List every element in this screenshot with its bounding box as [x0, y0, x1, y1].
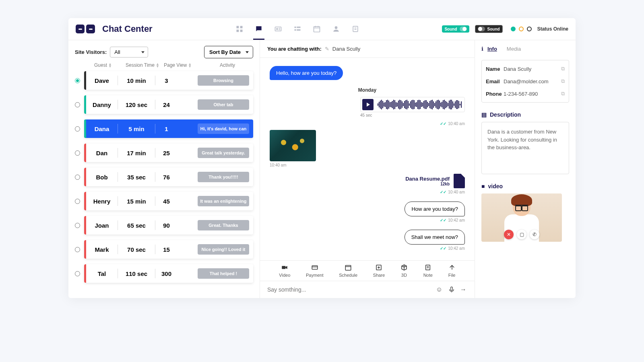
- status-dot-away[interactable]: [519, 27, 524, 31]
- visitor-card[interactable]: Dan 17 min 25 Great talk yesterday.: [84, 144, 253, 162]
- action-file[interactable]: File: [448, 264, 456, 278]
- emoji-icon[interactable]: ☺: [436, 286, 443, 293]
- nav-chat-icon[interactable]: [255, 25, 263, 33]
- video-camera-icon[interactable]: ▢: [517, 230, 526, 239]
- status-dot-offline[interactable]: [527, 27, 532, 31]
- sound-toggle-on[interactable]: Sound: [442, 25, 469, 33]
- copy-icon[interactable]: ⧉: [561, 90, 565, 97]
- nav-user-icon[interactable]: [332, 25, 340, 33]
- col-session[interactable]: Session Time: [126, 62, 155, 68]
- action-note[interactable]: Note: [423, 264, 433, 278]
- visitor-activity: Thank you!!!!!: [198, 172, 249, 182]
- visitor-radio[interactable]: [75, 271, 80, 276]
- email-label: Email: [486, 78, 504, 84]
- visitor-row: Dave 10 min 3 Browsing: [75, 71, 253, 90]
- visitor-card[interactable]: Dave 10 min 3 Browsing: [84, 71, 253, 90]
- visitor-card[interactable]: Mark 70 sec 15 Nice going!! Loved it: [84, 240, 253, 259]
- visitor-row: Tal 110 sec 300 That helped !: [75, 264, 253, 283]
- svg-rect-2: [236, 30, 239, 32]
- play-icon[interactable]: [362, 99, 374, 110]
- phone-value: 1-234-567-890: [504, 91, 561, 97]
- waveform[interactable]: [378, 100, 463, 109]
- visitor-card[interactable]: Joan 65 sec 90 Great. Thanks: [84, 216, 253, 234]
- app-window: Chat Center Sound Sound Status Online Si…: [68, 18, 576, 298]
- nav-icons: [235, 25, 359, 33]
- copy-icon[interactable]: ⧉: [561, 66, 565, 72]
- visitor-radio[interactable]: [75, 102, 80, 107]
- send-icon[interactable]: →: [460, 286, 467, 293]
- tab-info[interactable]: Info: [487, 46, 497, 52]
- visitor-activity: Great talk yesterday.: [198, 148, 249, 158]
- visitor-card[interactable]: Tal 110 sec 300 That helped !: [84, 264, 253, 283]
- msg-timestamp: ✓✓10:40 am: [270, 190, 465, 194]
- nav-calendar-icon[interactable]: [313, 25, 321, 33]
- visitor-radio[interactable]: [75, 175, 80, 180]
- svg-rect-23: [345, 265, 351, 270]
- action-payment[interactable]: Payment: [306, 264, 323, 278]
- visitor-radio[interactable]: [75, 223, 80, 228]
- page-title: Chat Center: [102, 24, 153, 34]
- col-activity: Activity: [220, 62, 235, 68]
- file-message[interactable]: Dana Resume.pdf12kb: [270, 174, 465, 188]
- action-video[interactable]: Video: [279, 264, 290, 278]
- visitor-card[interactable]: Bob 35 sec 76 Thank you!!!!!: [84, 168, 253, 186]
- chat-messages[interactable]: Hello, how are you today? Monday 45 sec …: [260, 58, 475, 260]
- action-share[interactable]: Share: [373, 264, 385, 278]
- video-call-icon[interactable]: ✆: [530, 230, 539, 239]
- voice-duration: 45 sec: [360, 113, 372, 117]
- visitor-radio[interactable]: [75, 126, 80, 132]
- svg-rect-20: [282, 266, 286, 269]
- visitor-radio[interactable]: [75, 150, 80, 156]
- video-close-icon[interactable]: ✕: [504, 230, 514, 239]
- visitors-filter-select[interactable]: All: [110, 47, 148, 58]
- svg-rect-9: [297, 27, 300, 28]
- nav-list-icon[interactable]: [293, 25, 301, 33]
- visitor-radio[interactable]: [75, 247, 80, 252]
- info-tabs: ℹ Info Media: [481, 46, 569, 52]
- visitor-radio[interactable]: [75, 78, 80, 83]
- visitor-radio[interactable]: [75, 199, 80, 204]
- visitor-name: Dana: [86, 125, 118, 132]
- voice-message: [360, 97, 465, 112]
- email-value: Dana@molder.com: [504, 78, 561, 84]
- col-pageview[interactable]: Page View: [164, 62, 187, 68]
- visitor-name: Tal: [86, 270, 118, 277]
- visitor-card[interactable]: Danny 120 sec 24 Other tab: [84, 95, 253, 114]
- action-schedule[interactable]: Schedule: [339, 264, 357, 278]
- msg-incoming: How are you today?: [405, 202, 465, 216]
- copy-icon[interactable]: ⧉: [561, 78, 565, 84]
- visitor-card[interactable]: Dana 5 min 1 Hi, it's david, how can: [84, 119, 253, 138]
- nav-idcard-icon[interactable]: [274, 25, 282, 33]
- site-visitors-label: Site Visitors:: [75, 49, 107, 55]
- status-dot-online[interactable]: [511, 27, 516, 31]
- svg-rect-1: [240, 26, 242, 29]
- visitor-session: 70 sec: [118, 246, 155, 253]
- visitor-activity: Nice going!! Loved it: [198, 244, 249, 255]
- visitor-session: 35 sec: [118, 174, 155, 181]
- sound-toggle-off[interactable]: Sound: [475, 25, 503, 33]
- mic-icon[interactable]: [448, 286, 455, 293]
- description-text: Dana is a customer from New York. Lookin…: [481, 122, 569, 174]
- video-header: ■video: [481, 183, 569, 189]
- image-message[interactable]: [270, 130, 316, 161]
- nav-grid-icon[interactable]: [235, 25, 244, 33]
- svg-rect-10: [294, 29, 296, 31]
- sort-button[interactable]: Sort By Date: [204, 46, 253, 58]
- visitor-session: 15 min: [118, 198, 155, 205]
- name-value: Dana Scully: [504, 66, 561, 72]
- nav-note-icon[interactable]: [351, 25, 359, 33]
- edit-icon[interactable]: ✎: [325, 46, 329, 52]
- message-input[interactable]: [267, 286, 431, 293]
- visitor-row: Danny 120 sec 24 Other tab: [75, 95, 253, 114]
- visitor-columns-header: Guest▲▼ Session Time▲▼ Page View▲▼ Activ…: [75, 62, 253, 71]
- action-3d[interactable]: 3D: [400, 264, 408, 278]
- video-preview: ✕ ▢ ✆: [481, 193, 562, 242]
- file-name: Dana Resume.pdf: [405, 176, 450, 182]
- col-guest[interactable]: Guest: [94, 62, 107, 68]
- visitor-session: 10 min: [118, 77, 155, 84]
- tab-media[interactable]: Media: [507, 46, 521, 52]
- msg-timestamp: 10:40 am: [270, 163, 465, 167]
- filters-row: Site Visitors: All Sort By Date: [75, 46, 253, 58]
- visitor-card[interactable]: Henry 15 min 45 It was an enlightening: [84, 192, 253, 210]
- visitor-pages: 45: [155, 198, 178, 205]
